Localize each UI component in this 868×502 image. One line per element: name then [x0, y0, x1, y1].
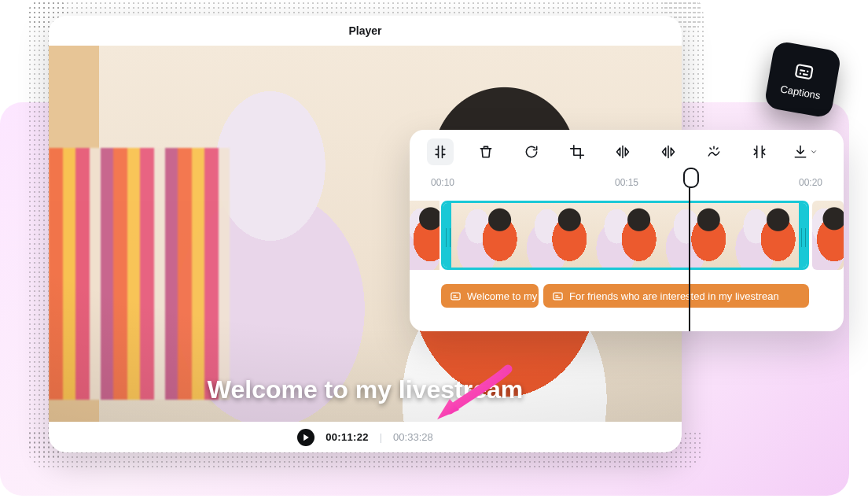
- caption-segment[interactable]: Welcome to my li: [441, 284, 539, 308]
- timeline-caption-track: Welcome to my li For friends who are int…: [410, 284, 844, 316]
- timeline-track[interactable]: [410, 197, 844, 273]
- ruler-tick: 00:20: [799, 177, 822, 188]
- play-button[interactable]: [297, 429, 314, 446]
- flip-vertical-tool[interactable]: [655, 138, 682, 165]
- remove-bg-tool[interactable]: [701, 138, 727, 165]
- clip-thumb: [730, 203, 799, 268]
- caption-icon: [552, 290, 564, 302]
- flip-horizontal-tool[interactable]: [609, 138, 636, 165]
- svg-line-4: [800, 70, 805, 71]
- clip-thumb: [520, 203, 590, 268]
- speed-tool[interactable]: [746, 138, 773, 165]
- playhead[interactable]: [689, 169, 690, 331]
- timeline-panel: 00:10 00:15 00:20: [410, 130, 844, 331]
- clip-thumb-outside: [410, 201, 440, 270]
- rotate-tool[interactable]: [518, 138, 545, 165]
- clip-selection[interactable]: [441, 201, 809, 270]
- player-header: Player: [49, 16, 682, 46]
- timeline-toolbar: [410, 130, 844, 174]
- captions-icon: [793, 60, 816, 83]
- captions-badge-label: Captions: [780, 83, 822, 102]
- crop-tool[interactable]: [564, 138, 590, 165]
- clip-handle-right[interactable]: [799, 203, 807, 268]
- clip-thumb: [590, 203, 660, 268]
- caption-segment-text: Welcome to my li: [467, 290, 539, 302]
- time-divider: |: [380, 431, 382, 443]
- overlay-caption-text: Welcome to my livestream: [49, 375, 682, 404]
- captions-badge[interactable]: Captions: [763, 40, 842, 119]
- delete-tool[interactable]: [473, 138, 499, 165]
- clip-handle-left[interactable]: [443, 203, 451, 268]
- caption-icon: [450, 290, 462, 302]
- caption-segment[interactable]: For friends who are interested in my liv…: [543, 284, 809, 308]
- ruler-tick: 00:10: [431, 177, 454, 188]
- total-time: 00:33:28: [393, 431, 433, 443]
- clip-thumb: [451, 203, 520, 268]
- download-tool[interactable]: [792, 138, 818, 165]
- clip-thumb: [660, 203, 729, 268]
- player-footer: 00:11:22 | 00:33:28: [49, 422, 682, 452]
- split-tool[interactable]: [427, 138, 454, 165]
- current-time: 00:11:22: [326, 431, 368, 443]
- clip-thumbs: [451, 203, 799, 268]
- clip-thumb-outside: [812, 201, 844, 270]
- chevron-down-icon: [810, 148, 818, 156]
- svg-line-7: [803, 74, 807, 75]
- timeline-ruler[interactable]: 00:10 00:15 00:20: [410, 174, 844, 196]
- ruler-tick: 00:15: [615, 177, 638, 188]
- player-title: Player: [49, 24, 682, 37]
- caption-segment-text: For friends who are interested in my liv…: [569, 290, 779, 302]
